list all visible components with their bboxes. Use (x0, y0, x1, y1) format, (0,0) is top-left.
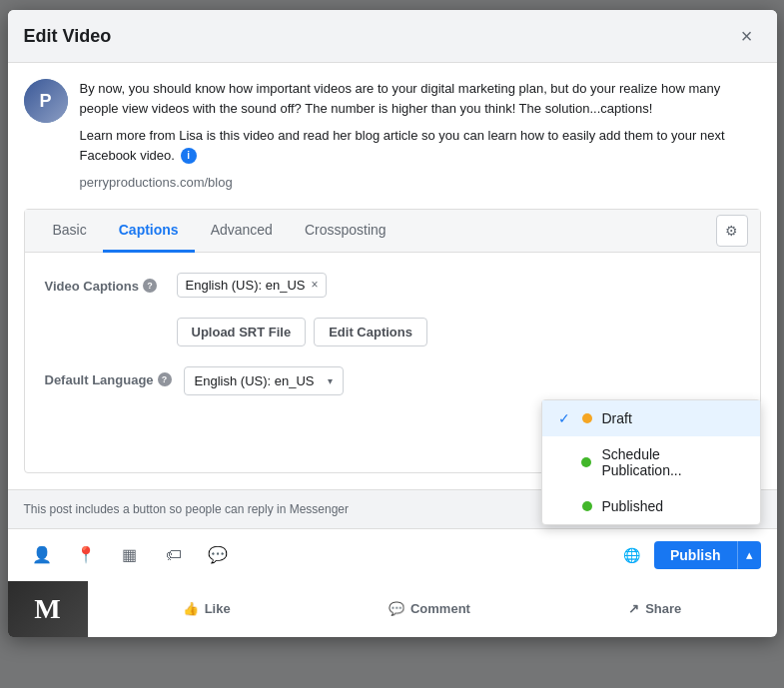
dropdown-item-draft[interactable]: ✓ Draft (542, 400, 760, 436)
publish-btn-group: Publish ▴ (654, 541, 761, 569)
action-right: 🌐 ✓ Draft Schedule Publication... (618, 541, 761, 569)
action-bar: 👤 📍 ▦ 🏷 💬 🌐 ✓ Draft Schedule (8, 528, 777, 581)
comment-icon: 💬 (389, 601, 404, 616)
thumbnail-letter: M (34, 593, 60, 625)
post-text-1: By now, you should know how important vi… (80, 79, 761, 118)
publish-main-button[interactable]: Publish (654, 541, 737, 569)
modal-header: Edit Video × (8, 10, 777, 63)
default-language-select[interactable]: English (US): en_US ▾ (184, 366, 344, 395)
captions-help-icon[interactable]: ? (143, 279, 157, 293)
like-button[interactable]: 👍 Like (183, 601, 231, 616)
tab-crossposting[interactable]: Crossposting (289, 210, 402, 253)
published-label: Published (602, 498, 664, 514)
dropdown-item-schedule[interactable]: Schedule Publication... (542, 436, 760, 488)
thumbnail-row: M 👍 Like 💬 Comment ↗ Share (8, 581, 777, 637)
share-icon: ↗ (628, 601, 639, 616)
grid-icon[interactable]: ▦ (112, 537, 148, 573)
modal-title: Edit Video (24, 26, 112, 47)
tabs-header: Basic Captions Advanced Crossposting ⚙ (25, 210, 760, 253)
upload-srt-button[interactable]: Upload SRT File (177, 318, 307, 346)
published-dot (582, 501, 592, 511)
default-language-label: Default Language ? (45, 366, 172, 387)
modal-overlay: Edit Video × P By now, you should know h… (0, 0, 784, 688)
person-icon[interactable]: 👤 (24, 537, 60, 573)
video-captions-label: Video Captions ? (45, 273, 165, 294)
like-label: Like (205, 601, 231, 616)
share-label: Share (645, 601, 681, 616)
reaction-bar: 👍 Like 💬 Comment ↗ Share (88, 581, 777, 637)
caption-button-row: Upload SRT File Edit Captions (177, 318, 740, 346)
chevron-up-icon: ▴ (746, 547, 753, 562)
tab-advanced[interactable]: Advanced (195, 210, 289, 253)
default-language-row: Default Language ? English (US): en_US ▾ (45, 366, 740, 395)
default-language-value: English (US): en_US (195, 373, 315, 388)
like-icon: 👍 (183, 601, 199, 616)
settings-icon[interactable]: ⚙ (716, 215, 748, 247)
globe-icon[interactable]: 🌐 (618, 541, 646, 569)
caption-tag-remove[interactable]: × (311, 279, 318, 291)
thumbnail-box: M (8, 581, 88, 637)
caption-tag: English (US): en_US × (177, 273, 328, 298)
draft-label: Draft (602, 410, 632, 426)
schedule-label: Schedule Publication... (601, 446, 743, 478)
info-icon: i (181, 148, 197, 164)
edit-captions-button[interactable]: Edit Captions (314, 318, 427, 346)
caption-tag-text: English (US): en_US (186, 278, 306, 293)
location-icon[interactable]: 📍 (68, 537, 104, 573)
check-icon: ✓ (558, 410, 570, 426)
post-text-2: Learn more from Lisa is this video and r… (80, 126, 761, 165)
publish-dropdown-toggle[interactable]: ▴ (737, 541, 761, 569)
post-text: By now, you should know how important vi… (80, 79, 761, 193)
comment-button[interactable]: 💬 Comment (389, 601, 470, 616)
close-modal-button[interactable]: × (733, 22, 761, 50)
dropdown-item-published[interactable]: Published (542, 488, 760, 524)
messenger-icon[interactable]: 💬 (200, 537, 236, 573)
tag-icon[interactable]: 🏷 (156, 537, 192, 573)
video-captions-row: Video Captions ? English (US): en_US × (45, 273, 740, 298)
tab-basic[interactable]: Basic (37, 210, 103, 253)
messenger-notice-text: This post includes a button so people ca… (24, 502, 350, 516)
edit-video-modal: Edit Video × P By now, you should know h… (8, 10, 777, 637)
share-button[interactable]: ↗ Share (628, 601, 681, 616)
comment-label: Comment (410, 601, 470, 616)
avatar-inner: P (24, 79, 68, 123)
avatar: P (24, 79, 68, 123)
chevron-down-icon: ▾ (328, 375, 333, 386)
schedule-dot (581, 457, 591, 467)
draft-dot (582, 413, 592, 423)
publish-dropdown-menu: ✓ Draft Schedule Publication... Publishe… (541, 399, 761, 525)
tab-captions[interactable]: Captions (103, 210, 195, 253)
post-preview: P By now, you should know how important … (24, 79, 761, 193)
post-link: perryproductions.com/blog (80, 175, 233, 190)
language-help-icon[interactable]: ? (158, 372, 172, 386)
